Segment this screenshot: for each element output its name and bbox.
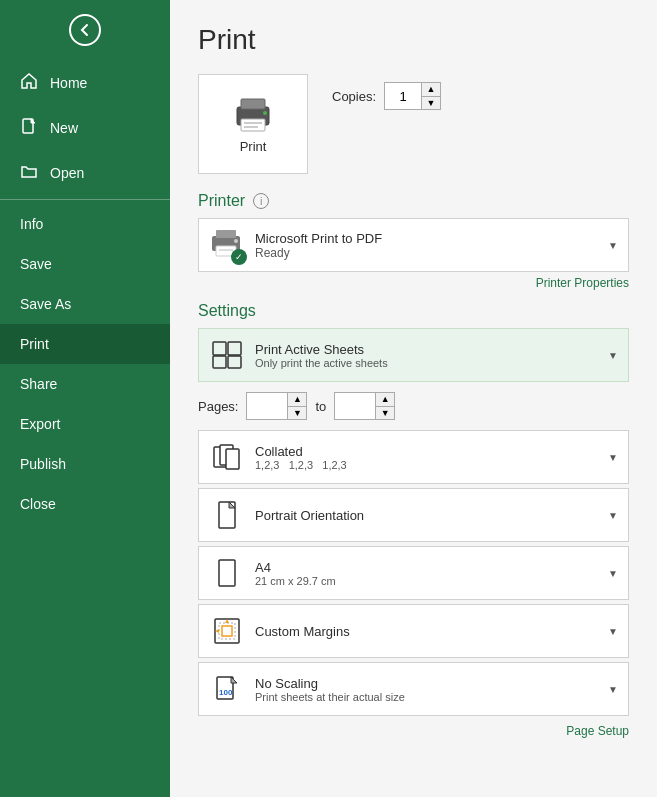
sidebar-item-open-label: Open — [50, 165, 84, 181]
pages-from-spinner: ▲ ▼ — [287, 393, 306, 419]
printer-properties-link[interactable]: Printer Properties — [198, 276, 629, 290]
sidebar-item-new-label: New — [50, 120, 78, 136]
no-scaling-icon: 100 — [209, 671, 245, 707]
copies-input[interactable] — [385, 86, 421, 107]
printer-ready-badge: ✓ — [231, 249, 247, 265]
sidebar-item-info[interactable]: Info — [0, 204, 170, 244]
back-button[interactable] — [0, 0, 170, 60]
paper-size-sub: 21 cm x 29.7 cm — [255, 575, 598, 587]
print-button[interactable]: Print — [198, 74, 308, 174]
svg-text:100: 100 — [219, 688, 233, 697]
setting-portrait[interactable]: Portrait Orientation ▼ — [198, 488, 629, 542]
no-scaling-sub: Print sheets at their actual size — [255, 691, 598, 703]
printer-name: Microsoft Print to PDF — [255, 231, 598, 246]
svg-rect-8 — [216, 230, 236, 238]
printer-dropdown[interactable]: ✓ Microsoft Print to PDF Ready ▼ — [198, 218, 629, 272]
pages-to-increment[interactable]: ▲ — [376, 393, 394, 406]
setting-collated[interactable]: Collated 1,2,3 1,2,3 1,2,3 ▼ — [198, 430, 629, 484]
sidebar-item-print[interactable]: Print — [0, 324, 170, 364]
pages-from-increment[interactable]: ▲ — [288, 393, 306, 406]
copies-area: Copies: ▲ ▼ — [332, 82, 441, 110]
printer-info: Microsoft Print to PDF Ready — [255, 231, 598, 260]
sidebar-item-home-label: Home — [50, 75, 87, 91]
sidebar-item-export[interactable]: Export — [0, 404, 170, 444]
pages-label: Pages: — [198, 399, 238, 414]
svg-rect-13 — [228, 342, 241, 355]
portrait-main: Portrait Orientation — [255, 508, 598, 523]
no-scaling-text: No Scaling Print sheets at their actual … — [255, 676, 598, 703]
new-icon — [20, 117, 38, 138]
no-scaling-main: No Scaling — [255, 676, 598, 691]
svg-rect-18 — [226, 449, 239, 469]
setting-paper-size[interactable]: A4 21 cm x 29.7 cm ▼ — [198, 546, 629, 600]
home-icon — [20, 72, 38, 93]
copies-input-wrap: ▲ ▼ — [384, 82, 441, 110]
collated-sub: 1,2,3 1,2,3 1,2,3 — [255, 459, 598, 471]
pages-row: Pages: ▲ ▼ to ▲ ▼ — [198, 386, 629, 426]
copies-spinner: ▲ ▼ — [421, 83, 440, 109]
paper-size-arrow: ▼ — [608, 568, 618, 579]
svg-rect-23 — [222, 626, 232, 636]
sidebar-item-home[interactable]: Home — [0, 60, 170, 105]
open-icon — [20, 162, 38, 183]
setting-custom-margins[interactable]: Custom Margins ▼ — [198, 604, 629, 658]
svg-point-11 — [234, 239, 238, 243]
printer-dropdown-arrow: ▼ — [608, 240, 618, 251]
sidebar-item-share[interactable]: Share — [0, 364, 170, 404]
sidebar-item-new[interactable]: New — [0, 105, 170, 150]
print-top-area: Print Copies: ▲ ▼ — [198, 74, 629, 174]
page-setup-link[interactable]: Page Setup — [198, 724, 629, 738]
collated-icon — [209, 439, 245, 475]
pages-to-decrement[interactable]: ▼ — [376, 406, 394, 419]
paper-size-text: A4 21 cm x 29.7 cm — [255, 560, 598, 587]
printer-icon-wrap: ✓ — [209, 227, 245, 263]
svg-rect-10 — [219, 249, 233, 251]
copies-decrement-button[interactable]: ▼ — [422, 96, 440, 109]
back-circle-icon — [69, 14, 101, 46]
pages-to-input[interactable] — [335, 396, 375, 417]
collated-main: Collated — [255, 444, 598, 459]
copies-increment-button[interactable]: ▲ — [422, 83, 440, 96]
custom-margins-main: Custom Margins — [255, 624, 598, 639]
print-active-sheets-main: Print Active Sheets — [255, 342, 598, 357]
paper-size-main: A4 — [255, 560, 598, 575]
svg-rect-3 — [241, 119, 265, 131]
sidebar-item-publish[interactable]: Publish — [0, 444, 170, 484]
printer-status: Ready — [255, 246, 598, 260]
print-active-sheets-icon — [209, 337, 245, 373]
svg-rect-15 — [228, 356, 241, 368]
custom-margins-icon — [209, 613, 245, 649]
sidebar-item-save[interactable]: Save — [0, 244, 170, 284]
sidebar-item-close[interactable]: Close — [0, 484, 170, 524]
svg-rect-12 — [213, 342, 226, 355]
pages-from-decrement[interactable]: ▼ — [288, 406, 306, 419]
pages-from-input[interactable] — [247, 396, 287, 417]
collated-arrow: ▼ — [608, 452, 618, 463]
print-active-sheets-arrow: ▼ — [608, 350, 618, 361]
pages-to-spinner: ▲ ▼ — [375, 393, 394, 419]
svg-rect-20 — [219, 560, 235, 586]
printer-info-icon[interactable]: i — [253, 193, 269, 209]
custom-margins-arrow: ▼ — [608, 626, 618, 637]
sidebar-item-open[interactable]: Open — [0, 150, 170, 195]
custom-margins-text: Custom Margins — [255, 624, 598, 639]
pages-to-label: to — [315, 399, 326, 414]
print-active-sheets-sub: Only print the active sheets — [255, 357, 598, 369]
portrait-text: Portrait Orientation — [255, 508, 598, 523]
sidebar-divider — [0, 199, 170, 200]
collated-text: Collated 1,2,3 1,2,3 1,2,3 — [255, 444, 598, 471]
svg-point-6 — [263, 111, 267, 115]
sidebar: Home New Open Info Save Save As Print Sh… — [0, 0, 170, 797]
copies-label: Copies: — [332, 89, 376, 104]
print-active-sheets-text: Print Active Sheets Only print the activ… — [255, 342, 598, 369]
svg-rect-4 — [244, 122, 262, 124]
svg-rect-14 — [213, 356, 226, 368]
printer-icon — [231, 95, 275, 133]
sidebar-item-save-as[interactable]: Save As — [0, 284, 170, 324]
main-content: Print Print Copies: ▲ ▼ — [170, 0, 657, 797]
printer-section-title: Printer i — [198, 192, 629, 210]
setting-no-scaling[interactable]: 100 No Scaling Print sheets at their act… — [198, 662, 629, 716]
setting-print-active-sheets[interactable]: Print Active Sheets Only print the activ… — [198, 328, 629, 382]
pages-to-wrap: ▲ ▼ — [334, 392, 395, 420]
svg-rect-5 — [244, 126, 258, 128]
